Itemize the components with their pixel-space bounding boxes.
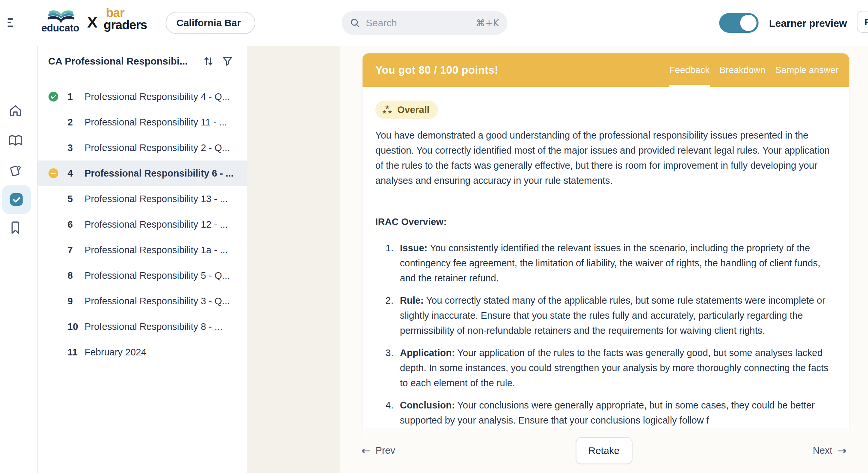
icon-rail-sidebar: [0, 46, 38, 473]
question-row-11[interactable]: 11 February 2024: [38, 339, 247, 365]
arrow-left-icon: ←: [362, 444, 370, 457]
sidebar-item-bookmarks[interactable]: [8, 221, 23, 235]
question-number: 4: [67, 168, 83, 179]
bargraders-graders-text: graders: [103, 19, 147, 31]
arrow-right-icon: →: [838, 444, 846, 457]
feedback-card-body: ★★★ Overall You have demonstrated a good…: [363, 87, 849, 428]
educato-wordmark: educato: [35, 22, 85, 34]
question-title: Professional Responsibility 4 - Q...: [85, 91, 230, 102]
list-lead: Conclusion:: [400, 400, 455, 410]
prev-label: Prev: [376, 445, 395, 456]
list-number: 4.: [375, 398, 400, 428]
list-body: Your application of the rules to the fac…: [400, 347, 828, 388]
search-placeholder: Search: [366, 18, 476, 29]
search-input[interactable]: Search ⌘+K: [342, 11, 507, 35]
list-text: Rule: You correctly stated many of the a…: [400, 293, 831, 338]
question-row-5[interactable]: 5 Professional Responsibility 13 - ...: [38, 186, 247, 212]
sidebar-item-home[interactable]: [8, 103, 23, 118]
list-number: 3.: [375, 345, 400, 391]
question-title: Professional Responsibility 12 - ...: [85, 219, 228, 230]
app-bar: educato X bar graders California Bar Sea…: [0, 0, 868, 46]
question-number: 2: [67, 117, 83, 128]
sidebar-item-assessments[interactable]: [2, 185, 31, 214]
question-title: Professional Responsibility 3 - Q...: [85, 296, 230, 307]
irac-overview-heading: IRAC Overview:: [375, 214, 831, 229]
irac-item-conclusion: 4. Conclusion: Your conclusions were gen…: [375, 398, 831, 428]
score-text: You got 80 / 100 points!: [375, 54, 498, 87]
bargraders-wordmark: bar graders: [103, 7, 147, 31]
list-lead: Application:: [400, 347, 455, 358]
next-label: Next: [813, 445, 833, 456]
tools-divider: [218, 57, 218, 66]
sidebar-item-practice[interactable]: [8, 163, 23, 177]
next-button[interactable]: Next →: [813, 444, 846, 457]
question-number: 10: [67, 322, 83, 332]
question-title: Professional Responsibility 2 - Q...: [85, 142, 230, 153]
list-body: Your conclusions were generally appropri…: [400, 400, 814, 426]
flashcards-icon: [8, 163, 23, 177]
list-number: 1.: [375, 240, 400, 285]
question-list-panel: CA Professional Responsibi... 1 Professi…: [38, 46, 247, 473]
overall-badge: ★★★ Overall: [375, 101, 438, 119]
learner-preview-toggle[interactable]: [719, 13, 758, 33]
list-text: Conclusion: Your conclusions were genera…: [400, 398, 831, 428]
list-lead: Issue:: [400, 243, 428, 253]
pager-footer: ← Prev Retake Next →: [340, 428, 868, 473]
irac-item-application: 3. Application: Your application of the …: [375, 345, 831, 391]
question-number: 1: [67, 91, 83, 102]
list-body: You consistently identified the relevant…: [400, 243, 820, 283]
overview-paragraph: You have demonstrated a good understandi…: [375, 128, 834, 188]
list-text: Issue: You consistently identified the r…: [400, 240, 831, 285]
cut-off-button[interactable]: F: [857, 11, 868, 33]
question-row-6[interactable]: 6 Professional Responsibility 12 - ...: [38, 212, 247, 237]
brand-x-separator: X: [87, 13, 97, 31]
question-title: February 2024: [85, 347, 147, 358]
question-list-title: CA Professional Responsibi...: [48, 56, 204, 67]
question-title: Professional Responsibility 11 - ...: [85, 117, 227, 128]
tab-sample-answer[interactable]: Sample answer: [775, 54, 838, 87]
home-icon: [8, 103, 23, 118]
question-row-9[interactable]: 9 Professional Responsibility 3 - Q...: [38, 288, 247, 314]
search-shortcut-hint: ⌘+K: [476, 18, 499, 29]
question-number: 11: [67, 347, 83, 358]
filter-icon[interactable]: [223, 56, 232, 66]
menu-icon[interactable]: [7, 18, 14, 28]
question-number: 7: [67, 245, 83, 256]
sort-icon[interactable]: [204, 56, 213, 67]
chevron-down-icon: [246, 20, 246, 26]
feedback-card: You got 80 / 100 points! Feedback Breakd…: [363, 54, 849, 473]
list-number: 2.: [375, 293, 400, 338]
question-number: 3: [67, 142, 83, 153]
question-row-3[interactable]: 3 Professional Responsibility 2 - Q...: [38, 135, 247, 161]
overall-badge-label: Overall: [397, 104, 429, 115]
question-row-1[interactable]: 1 Professional Responsibility 4 - Q...: [38, 84, 247, 109]
course-selector-dropdown[interactable]: California Bar: [165, 12, 255, 34]
prev-button[interactable]: ← Prev: [362, 444, 395, 457]
question-list-header: CA Professional Responsibi...: [38, 46, 247, 76]
list-body: You correctly stated many of the applica…: [400, 295, 826, 336]
irac-item-issue: 1. Issue: You consistently identified th…: [375, 240, 831, 285]
background-gap: [247, 46, 340, 473]
learner-preview-label: Learner preview: [769, 18, 847, 30]
question-row-10[interactable]: 10 Professional Responsibility 8 - ...: [38, 314, 247, 339]
question-number: 5: [67, 194, 83, 204]
course-selector-label: California Bar: [176, 18, 241, 29]
question-row-2[interactable]: 2 Professional Responsibility 11 - ...: [38, 109, 247, 135]
list-text: Application: Your application of the rul…: [400, 345, 831, 391]
retake-button[interactable]: Retake: [576, 437, 632, 464]
question-number: 9: [67, 296, 83, 307]
tab-feedback[interactable]: Feedback: [669, 54, 710, 87]
question-row-8[interactable]: 8 Professional Responsibility 5 - Q...: [38, 263, 247, 288]
status-partial-icon: [49, 168, 58, 178]
feedback-card-header: You got 80 / 100 points! Feedback Breakd…: [363, 54, 849, 87]
question-title: Professional Responsibility 1a - ...: [85, 245, 228, 256]
question-row-7[interactable]: 7 Professional Responsibility 1a - ...: [38, 237, 247, 263]
tab-breakdown[interactable]: Breakdown: [719, 54, 766, 87]
question-row-4-selected[interactable]: 4 Professional Responsibility 6 - ...: [38, 161, 247, 186]
question-title: Professional Responsibility 8 - ...: [85, 322, 223, 332]
bargraders-bar-text: bar: [103, 7, 147, 19]
open-book-icon: [8, 133, 23, 148]
check-square-icon: [10, 193, 23, 206]
question-number: 6: [67, 219, 83, 230]
sidebar-item-library[interactable]: [8, 133, 23, 148]
